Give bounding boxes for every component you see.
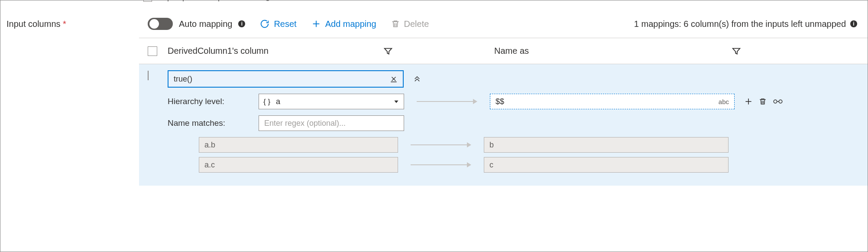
info-icon[interactable]: i	[238, 20, 245, 27]
collapse-icon[interactable]	[413, 75, 421, 83]
trash-icon[interactable]	[759, 97, 767, 106]
name-matches-input[interactable]	[259, 115, 404, 131]
hierarchy-level-label: Hierarchy level:	[168, 97, 253, 106]
table-header: DerivedColumn1's column Name as	[139, 38, 868, 64]
svg-point-13	[779, 100, 782, 103]
input-columns-label: Input columns *	[6, 19, 132, 29]
row-checkbox[interactable]	[148, 71, 149, 80]
mapping-source: a.c	[199, 157, 398, 173]
mapping-preview-row: a.b b	[199, 137, 859, 153]
select-all-checkbox[interactable]	[148, 46, 157, 56]
mapping-source: a.b	[199, 137, 398, 153]
plus-icon[interactable]	[744, 97, 753, 106]
arrow-icon	[411, 162, 471, 167]
auto-mapping-label: Auto mapping	[179, 19, 232, 29]
pattern-input[interactable]: true()	[168, 70, 404, 88]
arrow-icon	[417, 99, 477, 104]
link-icon[interactable]	[773, 98, 783, 105]
mapping-target: b	[484, 137, 729, 153]
hierarchy-level-dropdown[interactable]: { } a	[259, 94, 404, 109]
abc-tag: abc	[719, 98, 729, 105]
arrow-icon	[411, 142, 471, 147]
reset-button[interactable]: Reset	[260, 19, 296, 29]
name-as-column-header: Name as	[494, 46, 529, 56]
skip-duplicate-option[interactable]: Skip duplicate output columns i	[143, 0, 271, 2]
skip-duplicate-checkbox[interactable]	[143, 0, 152, 2]
svg-point-12	[774, 100, 777, 103]
rule-row: true() Hierarchy level:	[139, 64, 868, 186]
name-matches-label: Name matches:	[168, 118, 253, 128]
name-as-input[interactable]: $$ abc	[490, 94, 735, 109]
mapping-target: c	[484, 157, 729, 173]
auto-mapping-toggle[interactable]: Auto mapping i	[148, 18, 245, 30]
mapping-preview-row: a.c c	[199, 157, 859, 173]
info-icon[interactable]: i	[850, 20, 857, 27]
delete-button: Delete	[391, 19, 429, 29]
filter-icon[interactable]	[732, 46, 741, 56]
svg-marker-7	[394, 101, 398, 103]
reset-icon	[260, 19, 269, 29]
plus-icon	[311, 19, 321, 29]
add-mapping-button[interactable]: Add mapping	[311, 19, 376, 29]
trash-icon	[391, 19, 400, 29]
skip-duplicate-label: Skip duplicate output columns	[156, 0, 260, 2]
source-column-header: DerivedColumn1's column	[168, 46, 269, 56]
expression-builder-icon[interactable]	[390, 75, 398, 83]
info-icon[interactable]: i	[264, 0, 271, 1]
filter-icon[interactable]	[383, 46, 393, 56]
mapping-status: 1 mappings: 6 column(s) from the inputs …	[634, 19, 857, 29]
chevron-down-icon	[393, 98, 399, 105]
